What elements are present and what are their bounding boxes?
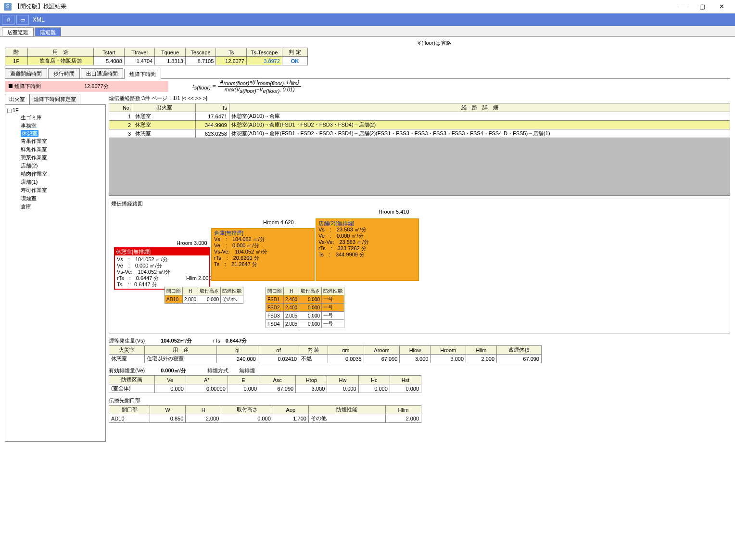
ribbon-xml[interactable]: XML xyxy=(33,16,45,23)
opening-table-2: 開口部H取付高さ防煙性能 FSD12.4000.000一号 FSD22.4000… xyxy=(266,287,344,328)
th-floor: 階 xyxy=(5,48,28,57)
pager[interactable]: 煙伝播経路数:3件 ページ：1/1 |< << >> >| xyxy=(109,94,730,103)
th-diff: Ts-Tescape xyxy=(246,48,282,57)
room-box-warehouse: 倉庫[無排煙] Vs : 104.052 ㎥/分 Ve : 0.000 ㎥/分 … xyxy=(211,228,315,281)
close-button[interactable]: ✕ xyxy=(712,1,731,13)
floor-note: ※(floor)は省略 xyxy=(5,39,730,47)
route-row[interactable]: 3休憩室623.0258休憩室(AD10)→倉庫(FSD1・FSD2・FSD3・… xyxy=(109,129,730,138)
tab-walk-time[interactable]: 歩行時間 xyxy=(48,68,80,78)
tree-item[interactable]: 鮮魚作業室 xyxy=(7,145,103,153)
th-detail: 経 路 詳 細 xyxy=(229,103,730,112)
tab-calc-room[interactable]: 煙降下時間算定室 xyxy=(29,94,80,104)
tree-item[interactable]: 喫煙室 xyxy=(7,194,103,203)
cell-floor: 1F xyxy=(5,57,28,65)
pink-label: 煙降下時間 xyxy=(14,83,41,89)
tree-item[interactable]: 青果作業室 xyxy=(7,137,103,145)
tabs-level2: 避難開始時間 歩行時間 出口通過時間 煙降下時間 xyxy=(5,68,730,79)
app-icon: S xyxy=(4,3,12,11)
tree-item[interactable]: 事務室 xyxy=(7,122,103,130)
pink-value: 12.6077分 xyxy=(84,83,109,90)
lbl-hroom4: Hroom 4.620 xyxy=(263,219,294,225)
th-tstart: Tstart xyxy=(94,48,125,57)
th-ts: Ts xyxy=(216,48,247,57)
window-title: 【開発版】検証結果 xyxy=(14,2,673,11)
th-ts: Ts xyxy=(196,103,229,112)
room-tree[interactable]: -1F 生ゴミ庫 事務室 休憩室 青果作業室 鮮魚作業室 惣菜作業室 店舗(2)… xyxy=(5,105,106,442)
th-judge: 判 定 xyxy=(282,48,308,57)
cell-use: 飲食店・物販店舗 xyxy=(27,57,94,65)
minimize-button[interactable]: — xyxy=(673,1,693,13)
ribbon-btn-1[interactable]: ⎙ xyxy=(2,15,14,25)
tab-smoke-time[interactable]: 煙降下時間 xyxy=(124,69,161,79)
lbl-hroom5: Hroom 5.410 xyxy=(379,209,409,215)
tab-start-time[interactable]: 避難開始時間 xyxy=(5,68,47,78)
tab-exit-time[interactable]: 出口通過時間 xyxy=(81,68,123,78)
tab-room-escape[interactable]: 居室避難 xyxy=(2,27,34,36)
th-ttravel: Ttravel xyxy=(124,48,155,57)
room-box-fire: 休憩室[無排煙] Vs : 104.052 ㎥/分 Ve : 0.000 ㎥/分… xyxy=(114,247,210,290)
ribbon: ⎙ ▭ XML xyxy=(0,13,735,26)
routes-empty-area xyxy=(109,138,730,196)
tree-item-selected[interactable]: 休憩室 xyxy=(21,130,38,137)
th-tqueue: Tqueue xyxy=(155,48,186,57)
opening-table-1: 開口部H取付高さ防煙性能 AD102.0000.000その他 xyxy=(165,287,243,304)
tree-item[interactable]: 精肉作業室 xyxy=(7,170,103,178)
tree-item[interactable]: 店舗(2) xyxy=(7,162,103,170)
room-box-shop: 店舗(2)[無排煙] Vs : 23.583 ㎥/分 Ve : 0.000 ㎥/… xyxy=(316,218,419,281)
cell-diff: 3.8972 xyxy=(246,57,282,65)
ribbon-btn-2[interactable]: ▭ xyxy=(16,15,29,25)
titlebar: S 【開発版】検証結果 — ▢ ✕ xyxy=(0,0,735,13)
cell-tstart: 5.4088 xyxy=(94,57,125,65)
th-fire-room: 出火室 xyxy=(133,103,196,112)
th-use: 用 途 xyxy=(27,48,94,57)
formula: ts(floor) = Aroom(floor)×(Hroom(floor)−H… xyxy=(192,79,301,94)
tree-item[interactable]: 生ゴミ庫 xyxy=(7,114,103,122)
tabs-level3: 出火室 煙降下時間算定室 xyxy=(5,94,106,105)
tree-item[interactable]: 寿司作業室 xyxy=(7,186,103,194)
tabs-level1: 居室避難 階避難 xyxy=(0,26,735,37)
th-tescape: Tescape xyxy=(185,48,216,57)
tab-floor-escape[interactable]: 階避難 xyxy=(35,27,61,36)
tree-root[interactable]: -1F xyxy=(7,107,103,114)
tree-item[interactable]: 倉庫 xyxy=(7,203,103,211)
opening-section: 伝播先開口部 開口部WH取付高さAop防煙性能Hlim AD100.8502.0… xyxy=(109,397,730,423)
routes-table[interactable]: No. 出火室 Ts 経 路 詳 細 1休憩室17.6471休憩室(AD10)→… xyxy=(109,103,730,138)
ve-section: 有効排煙量(Ve) 0.000㎥/分 排煙方式 無排煙 防煙区画VeA*EAsc… xyxy=(109,367,730,393)
diagram-title: 煙伝播経路図 xyxy=(111,200,143,207)
route-row-selected[interactable]: 2休憩室344.9909休憩室(AD10)→倉庫(FSD1・FSD2・FSD3・… xyxy=(109,121,730,129)
th-no: No. xyxy=(109,103,133,112)
tab-fire-room[interactable]: 出火室 xyxy=(5,94,29,104)
cell-tescape: 8.7105 xyxy=(185,57,216,65)
lbl-hroom3: Hroom 3.000 xyxy=(177,240,207,246)
smoke-diagram: 煙伝播経路図 Hroom 3.000 Hroom 4.620 Hroom 5.4… xyxy=(109,199,730,333)
cell-ts: 12.6077 xyxy=(216,57,247,65)
tree-item[interactable]: 惣菜作業室 xyxy=(7,153,103,162)
cell-ttravel: 1.4704 xyxy=(124,57,155,65)
maximize-button[interactable]: ▢ xyxy=(693,1,712,13)
tree-item[interactable]: 店舗(1) xyxy=(7,178,103,186)
vs-section: 煙等発生量(Vs) 104.052㎥/分 rTs 0.6447分 火災室用 途q… xyxy=(109,337,730,363)
route-row[interactable]: 1休憩室17.6471休憩室(AD10)→倉庫 xyxy=(109,112,730,121)
summary-table: 階 用 途 Tstart Ttravel Tqueue Tescape Ts T… xyxy=(5,48,308,65)
cell-tqueue: 1.8313 xyxy=(155,57,186,65)
cell-judge: OK xyxy=(282,57,308,65)
smoke-time-banner: 煙降下時間 12.6077分 xyxy=(5,81,168,92)
